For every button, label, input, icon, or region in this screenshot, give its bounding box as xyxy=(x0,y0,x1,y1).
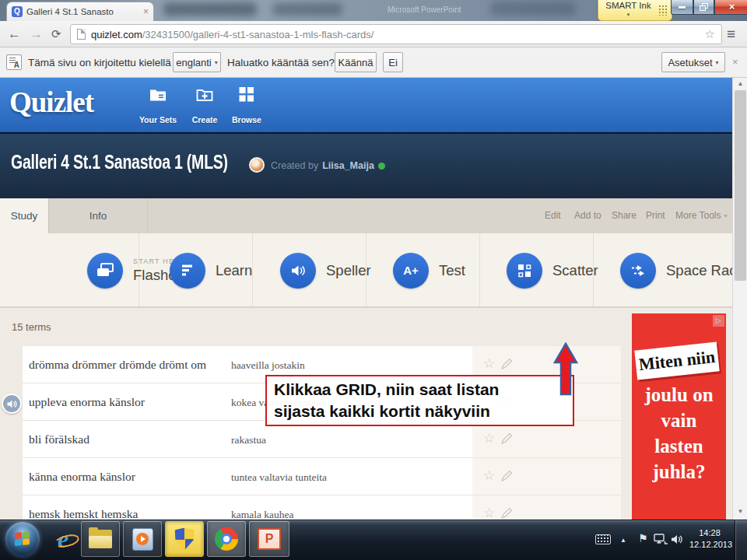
share-link[interactable]: Share xyxy=(612,198,637,233)
tab-close-icon[interactable]: × xyxy=(143,6,149,17)
language-dropdown[interactable]: englanti ▾ xyxy=(173,52,221,72)
ad-line: lasten xyxy=(632,433,726,459)
annotation-callout: Klikkaa GRID, niin saat listan sijasta k… xyxy=(265,375,574,426)
taskbar-internet-explorer[interactable]: e xyxy=(44,521,82,557)
created-by-label: Created by xyxy=(271,160,318,171)
minimize-icon xyxy=(679,6,686,9)
smart-ink-grip-icon[interactable] xyxy=(658,5,668,16)
nav-your-sets[interactable]: Your Sets xyxy=(135,87,181,124)
forward-icon[interactable]: → xyxy=(30,21,43,47)
scroll-down-icon[interactable]: ▼ xyxy=(733,508,747,515)
address-bar[interactable]: quizlet.com/32431500/galleri-4-st1-sanas… xyxy=(70,24,722,44)
add-to-link[interactable]: Add to xyxy=(574,198,601,233)
taskbar-powerpoint[interactable]: P xyxy=(249,521,289,557)
ad-line: vain xyxy=(632,408,726,433)
taskbar-clock[interactable]: 14:28 12.12.2013 xyxy=(689,527,730,551)
annotation-line2: sijasta kaikki kortit näkyviin xyxy=(274,401,573,422)
star-icon[interactable]: ☆ xyxy=(483,357,495,370)
pencil-icon[interactable] xyxy=(501,358,513,369)
taskbar-chrome[interactable] xyxy=(207,521,246,557)
ad-headline-badge: Miten niin xyxy=(634,342,719,380)
back-icon[interactable]: ← xyxy=(8,21,21,47)
background-window-title: Microsoft PowerPoint xyxy=(388,5,461,14)
action-center-flag-icon[interactable]: ⚑ xyxy=(638,532,648,544)
nav-create[interactable]: Create xyxy=(182,87,227,124)
term-rows-background xyxy=(23,346,472,520)
term-text: uppleva enorma känslor xyxy=(29,395,145,409)
translate-settings-button[interactable]: Asetukset ▾ xyxy=(661,52,725,72)
smart-ink-toolbar-button[interactable]: SMART Ink ▾ xyxy=(598,0,672,21)
nav-browse[interactable]: Browse xyxy=(224,87,269,124)
media-player-icon xyxy=(132,528,153,551)
decline-translate-button[interactable]: Ei xyxy=(383,52,403,72)
mode-learn[interactable]: Learn xyxy=(170,241,252,299)
mode-scatter[interactable]: Scatter xyxy=(507,241,598,299)
star-icon[interactable]: ☆ xyxy=(483,506,495,520)
chrome-menu-icon[interactable]: ≡ xyxy=(727,21,735,47)
taskbar-media-player[interactable] xyxy=(123,521,162,557)
terms-toolbar: 15 terms Alphabetize Grid List xyxy=(0,307,732,346)
definition-text: haaveilla jostakin xyxy=(231,359,305,372)
term-list: drömma drömmer drömde drömt om haaveilla… xyxy=(0,346,732,520)
show-hidden-icons[interactable]: ▲ xyxy=(620,537,626,544)
translate-button[interactable]: Käännä xyxy=(335,52,377,72)
test-icon: A+ xyxy=(393,253,429,289)
definition-text: kamala kauhea xyxy=(231,509,294,520)
pencil-icon[interactable] xyxy=(501,470,513,481)
mode-space-race[interactable]: Space Race xyxy=(620,241,745,299)
tab-info[interactable]: Info xyxy=(49,198,148,233)
learn-label: Learn xyxy=(216,262,252,279)
adchoices-icon[interactable]: ▷ xyxy=(713,315,724,327)
divider xyxy=(479,233,480,306)
definition-text: rakastua xyxy=(231,434,266,446)
minimize-button[interactable] xyxy=(671,0,693,15)
audio-playing-icon[interactable] xyxy=(2,394,22,414)
mode-test[interactable]: A+ Test xyxy=(393,241,465,299)
reload-icon[interactable]: ⟳ xyxy=(51,21,61,47)
volume-icon[interactable] xyxy=(671,534,683,544)
mode-speller[interactable]: Speller xyxy=(280,241,371,299)
print-link[interactable]: Print xyxy=(646,198,665,233)
translate-question: Haluatko kääntää sen? xyxy=(227,47,335,78)
term-text: känna enorma känslor xyxy=(29,470,135,484)
more-tools-link[interactable]: More Tools ▾ xyxy=(675,198,728,233)
tab-title: Galleri 4 St.1 Sanasto xyxy=(26,7,139,16)
show-desktop-button[interactable] xyxy=(735,520,747,560)
page-scrollbar[interactable]: ▲ ▼ xyxy=(732,78,747,520)
window-titlebar: Microsoft PowerPoint Q Galleri 4 St.1 Sa… xyxy=(0,0,747,21)
tab-study[interactable]: Study xyxy=(0,198,49,233)
keyboard-tray-icon[interactable] xyxy=(595,534,611,544)
pencil-icon[interactable] xyxy=(501,432,513,444)
creator-name[interactable]: Liisa_Maija xyxy=(322,160,374,171)
your-sets-label: Your Sets xyxy=(139,115,177,124)
star-icon[interactable]: ☆ xyxy=(483,432,495,445)
more-tools-caret-icon: ▾ xyxy=(724,198,727,233)
star-icon[interactable]: ☆ xyxy=(483,469,495,482)
pencil-icon[interactable] xyxy=(501,507,513,519)
close-window-button[interactable]: × xyxy=(714,0,747,15)
close-window-icon: × xyxy=(729,3,735,11)
test-aplus-glyph: A+ xyxy=(403,264,419,277)
row-divider xyxy=(23,495,621,495)
scrollbar-thumb[interactable] xyxy=(735,90,746,281)
start-button[interactable] xyxy=(5,522,40,556)
network-icon[interactable] xyxy=(654,534,668,545)
scroll-up-icon[interactable]: ▲ xyxy=(733,80,747,87)
restore-button[interactable] xyxy=(693,0,714,15)
creator-avatar[interactable] xyxy=(249,157,265,173)
browser-tab[interactable]: Q Galleri 4 St.1 Sanasto × xyxy=(6,2,154,21)
page-icon xyxy=(77,29,86,40)
bookmark-star-icon[interactable]: ☆ xyxy=(705,27,715,41)
url-text[interactable]: quizlet.com/32431500/galleri-4-st1-sanas… xyxy=(91,29,700,40)
scatter-icon xyxy=(507,253,542,289)
close-infobar-icon[interactable]: × xyxy=(732,56,738,68)
term-text: drömma drömmer drömde drömt om xyxy=(29,358,206,372)
quizlet-logo[interactable]: Quizlet xyxy=(9,86,93,119)
advertisement[interactable]: ▷ Miten niin joulu on vain lasten juhla? xyxy=(632,313,726,520)
edit-link[interactable]: Edit xyxy=(545,198,561,233)
taskbar-uac-shield[interactable] xyxy=(165,521,204,557)
taskbar-windows-explorer[interactable] xyxy=(81,521,120,557)
blurred-window-shape xyxy=(272,3,342,16)
annotation-arrow xyxy=(553,342,578,397)
ad-body-text: joulu on vain lasten juhla? xyxy=(632,382,726,485)
